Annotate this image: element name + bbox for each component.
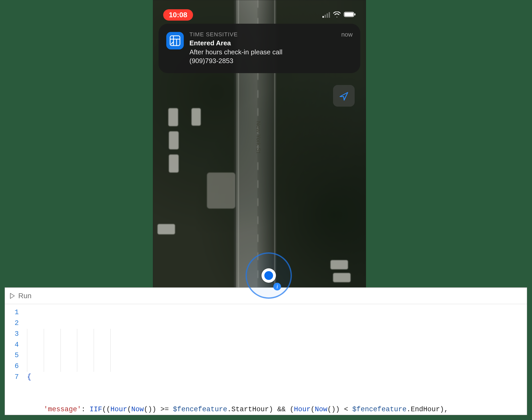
- notification-body-line: (909)793-2853: [189, 57, 336, 65]
- notification-tag: TIME SENSITIVE: [189, 31, 336, 38]
- notification-body-line: After hours check-in please call: [189, 48, 336, 57]
- run-button[interactable]: Run: [10, 292, 31, 300]
- gps-location-marker[interactable]: i: [246, 252, 292, 299]
- line-number: 6: [5, 361, 19, 372]
- line-number: 4: [5, 340, 19, 350]
- line-number: 3: [5, 329, 19, 340]
- location-arrow-icon: [338, 90, 349, 101]
- code-area[interactable]: { 'message': IIF((Hour(Now()) >= $fencef…: [22, 304, 527, 415]
- play-icon: [10, 293, 15, 299]
- street-label: New York St: [255, 121, 262, 153]
- svg-rect-1: [345, 13, 353, 16]
- notification-banner[interactable]: TIME SENSITIVE Entered Area After hours …: [159, 24, 360, 73]
- code-line: [27, 340, 527, 350]
- svg-rect-2: [354, 13, 355, 15]
- notification-title: Entered Area: [189, 39, 336, 48]
- line-number: 2: [5, 318, 19, 329]
- status-bar: 10:08: [153, 7, 366, 23]
- code-line: 'message': IIF((Hour(Now()) >= $fencefea…: [27, 404, 527, 415]
- editor-body[interactable]: 1 2 3 4 5 6 7 { 'message': IIF((Hour(Now…: [5, 304, 527, 415]
- code-editor: Run 1 2 3 4 5 6 7 { 'message': IIF((Hour…: [5, 287, 527, 415]
- notification-app-icon: [166, 32, 184, 49]
- line-number: 1: [5, 307, 19, 318]
- status-time-pill[interactable]: 10:08: [163, 9, 193, 21]
- code-line: {: [27, 372, 527, 383]
- wifi-icon: [333, 12, 341, 18]
- info-icon[interactable]: i: [273, 283, 281, 290]
- cellular-signal-icon: [322, 12, 330, 18]
- locate-me-button[interactable]: [333, 85, 355, 107]
- battery-icon: [344, 12, 356, 18]
- notification-time: now: [341, 31, 353, 65]
- line-number: 5: [5, 350, 19, 361]
- line-number-gutter: 1 2 3 4 5 6 7: [5, 304, 22, 415]
- phone-screenshot: New York St 10:08: [153, 0, 366, 307]
- run-label: Run: [18, 292, 31, 300]
- line-number: 7: [5, 372, 19, 383]
